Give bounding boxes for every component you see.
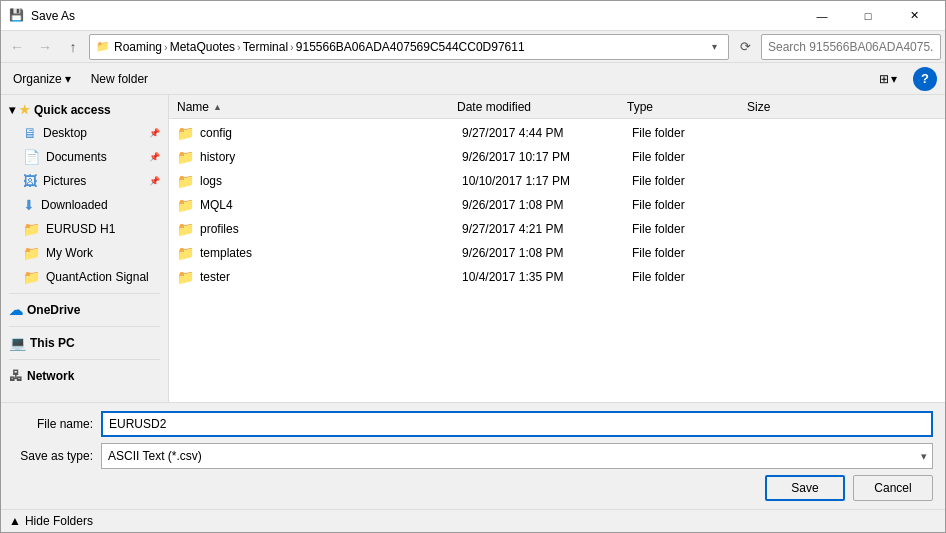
main-panel: Name ▲ Date modified Type Size 📁 config … <box>169 95 945 402</box>
folder-row-icon: 📁 <box>177 125 194 141</box>
quick-access-star-icon: ★ <box>19 103 30 117</box>
breadcrumb-id[interactable]: 915566BA06ADA407569C544CC0D97611 <box>296 40 525 54</box>
file-type: File folder <box>632 246 752 260</box>
titlebar-buttons: — □ ✕ <box>799 1 937 31</box>
breadcrumb: Roaming › MetaQuotes › Terminal › 915566… <box>114 40 525 54</box>
organize-row: Organize ▾ New folder ⊞ ▾ ? <box>1 63 945 95</box>
breadcrumb-metaquotes[interactable]: MetaQuotes <box>170 40 235 54</box>
table-row[interactable]: 📁 history 9/26/2017 10:17 PM File folder <box>169 145 945 169</box>
file-name: tester <box>200 270 462 284</box>
onedrive-icon: ☁ <box>9 302 23 318</box>
thispc-icon: 💻 <box>9 335 26 351</box>
file-type: File folder <box>632 126 752 140</box>
view-button[interactable]: ⊞ ▾ <box>875 70 901 88</box>
organize-label: Organize <box>13 72 62 86</box>
desktop-icon: 🖥 <box>23 125 37 141</box>
col-size-header[interactable]: Size <box>747 100 937 114</box>
quick-access-header[interactable]: ▾ ★ Quick access <box>1 99 168 121</box>
address-toolbar: ← → ↑ 📁 Roaming › MetaQuotes › Terminal … <box>1 31 945 63</box>
thispc-item[interactable]: 💻 This PC <box>1 331 168 355</box>
breadcrumb-sep-3: › <box>290 41 294 53</box>
close-button[interactable]: ✕ <box>891 1 937 31</box>
sidebar-item-mywork[interactable]: 📁 My Work <box>1 241 168 265</box>
maximize-button[interactable]: □ <box>845 1 891 31</box>
file-name: logs <box>200 174 462 188</box>
minimize-button[interactable]: — <box>799 1 845 31</box>
folder-row-icon: 📁 <box>177 245 194 261</box>
file-date: 10/4/2017 1:35 PM <box>462 270 632 284</box>
col-type-header[interactable]: Type <box>627 100 747 114</box>
onedrive-item[interactable]: ☁ OneDrive <box>1 298 168 322</box>
cancel-button[interactable]: Cancel <box>853 475 933 501</box>
network-item[interactable]: 🖧 Network <box>1 364 168 388</box>
table-row[interactable]: 📁 profiles 9/27/2017 4:21 PM File folder <box>169 217 945 241</box>
file-date: 9/26/2017 1:08 PM <box>462 198 632 212</box>
table-row[interactable]: 📁 config 9/27/2017 4:44 PM File folder <box>169 121 945 145</box>
organize-dropdown-icon: ▾ <box>65 72 71 86</box>
help-button[interactable]: ? <box>913 67 937 91</box>
view-dropdown-icon: ▾ <box>891 72 897 86</box>
sidebar-item-quantaction-label: QuantAction Signal <box>46 270 149 284</box>
quick-access-label: Quick access <box>34 103 111 117</box>
file-list: 📁 config 9/27/2017 4:44 PM File folder 📁… <box>169 119 945 402</box>
savetype-select[interactable]: ASCII Text (*.csv) CSV (*.csv) Text (*.t… <box>101 443 933 469</box>
sidebar-item-downloaded-label: Downloaded <box>41 198 108 212</box>
pin-icon-docs: 📌 <box>149 152 160 162</box>
content-area: ▾ ★ Quick access 🖥 Desktop 📌 📄 Documents… <box>1 95 945 402</box>
documents-icon: 📄 <box>23 149 40 165</box>
sidebar-divider-3 <box>9 359 160 360</box>
refresh-button[interactable]: ⟳ <box>733 34 757 60</box>
titlebar-icon: 💾 <box>9 8 25 24</box>
hide-folders-row[interactable]: ▲ Hide Folders <box>1 509 945 532</box>
savetype-row: Save as type: ASCII Text (*.csv) CSV (*.… <box>13 443 933 469</box>
organize-button[interactable]: Organize ▾ <box>9 70 75 88</box>
filename-input[interactable] <box>101 411 933 437</box>
filename-row: File name: <box>13 411 933 437</box>
file-type: File folder <box>632 270 752 284</box>
sidebar-item-mywork-label: My Work <box>46 246 93 260</box>
sidebar: ▾ ★ Quick access 🖥 Desktop 📌 📄 Documents… <box>1 95 169 402</box>
folder-row-icon: 📁 <box>177 149 194 165</box>
buttons-row: Save Cancel <box>13 475 933 501</box>
file-type: File folder <box>632 222 752 236</box>
sidebar-item-eurusd[interactable]: 📁 EURUSD H1 <box>1 217 168 241</box>
table-row[interactable]: 📁 logs 10/10/2017 1:17 PM File folder <box>169 169 945 193</box>
network-label: Network <box>27 369 74 383</box>
quick-access-expand-icon: ▾ <box>9 103 15 117</box>
up-button[interactable]: ↑ <box>61 35 85 59</box>
table-row[interactable]: 📁 templates 9/26/2017 1:08 PM File folde… <box>169 241 945 265</box>
file-type: File folder <box>632 198 752 212</box>
table-row[interactable]: 📁 MQL4 9/26/2017 1:08 PM File folder <box>169 193 945 217</box>
folder-mywork-icon: 📁 <box>23 245 40 261</box>
hide-folders-arrow-icon: ▲ <box>9 514 21 528</box>
breadcrumb-roaming[interactable]: Roaming <box>114 40 162 54</box>
sidebar-item-downloaded[interactable]: ⬇ Downloaded <box>1 193 168 217</box>
col-name-header[interactable]: Name ▲ <box>177 100 457 114</box>
sidebar-item-documents[interactable]: 📄 Documents 📌 <box>1 145 168 169</box>
sidebar-item-desktop[interactable]: 🖥 Desktop 📌 <box>1 121 168 145</box>
breadcrumb-sep-1: › <box>164 41 168 53</box>
pictures-icon: 🖼 <box>23 173 37 189</box>
forward-button[interactable]: → <box>33 35 57 59</box>
sidebar-item-pictures[interactable]: 🖼 Pictures 📌 <box>1 169 168 193</box>
sidebar-divider-2 <box>9 326 160 327</box>
sidebar-item-quantaction[interactable]: 📁 QuantAction Signal <box>1 265 168 289</box>
file-name: config <box>200 126 462 140</box>
save-button[interactable]: Save <box>765 475 845 501</box>
address-dropdown-icon[interactable]: ▾ <box>706 35 722 59</box>
table-row[interactable]: 📁 tester 10/4/2017 1:35 PM File folder <box>169 265 945 289</box>
hide-folders-label: Hide Folders <box>25 514 93 528</box>
save-as-dialog: 💾 Save As — □ ✕ ← → ↑ 📁 Roaming › MetaQu… <box>0 0 946 533</box>
folder-eurusd-icon: 📁 <box>23 221 40 237</box>
file-name: history <box>200 150 462 164</box>
breadcrumb-terminal[interactable]: Terminal <box>243 40 288 54</box>
new-folder-button[interactable]: New folder <box>87 70 152 88</box>
back-button[interactable]: ← <box>5 35 29 59</box>
col-date-header[interactable]: Date modified <box>457 100 627 114</box>
address-bar[interactable]: 📁 Roaming › MetaQuotes › Terminal › 9155… <box>89 34 729 60</box>
sidebar-divider-1 <box>9 293 160 294</box>
pin-icon-pics: 📌 <box>149 176 160 186</box>
search-input[interactable] <box>761 34 941 60</box>
sort-arrow-icon: ▲ <box>213 102 222 112</box>
file-date: 9/27/2017 4:44 PM <box>462 126 632 140</box>
